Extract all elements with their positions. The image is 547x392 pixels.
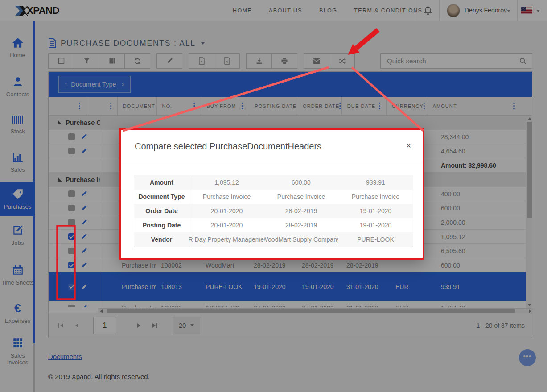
compare-row-order-date: Order Date 20-01-2020 28-02-2019 19-01-2… (134, 204, 413, 218)
compare-row-document-type: Document Type Purchase Invoice Purchase … (134, 190, 413, 204)
compare-modal: Compare selected PurchaseDocumentHeaders… (119, 128, 424, 260)
modal-header: Compare selected PurchaseDocumentHeaders… (121, 130, 423, 161)
compare-row-posting-date: Posting Date 20-01-2020 28-02-2019 19-01… (134, 218, 413, 232)
close-icon[interactable]: × (406, 141, 411, 151)
compare-row-vendor: Vendor AR Day Property Management WoodMa… (134, 232, 413, 247)
modal-title: Compare selected PurchaseDocumentHeaders (135, 141, 321, 151)
compare-row-amount: Amount 1,095.12 600.00 939.91 (134, 175, 413, 190)
compare-table: Amount 1,095.12 600.00 939.91 Document T… (134, 175, 413, 247)
